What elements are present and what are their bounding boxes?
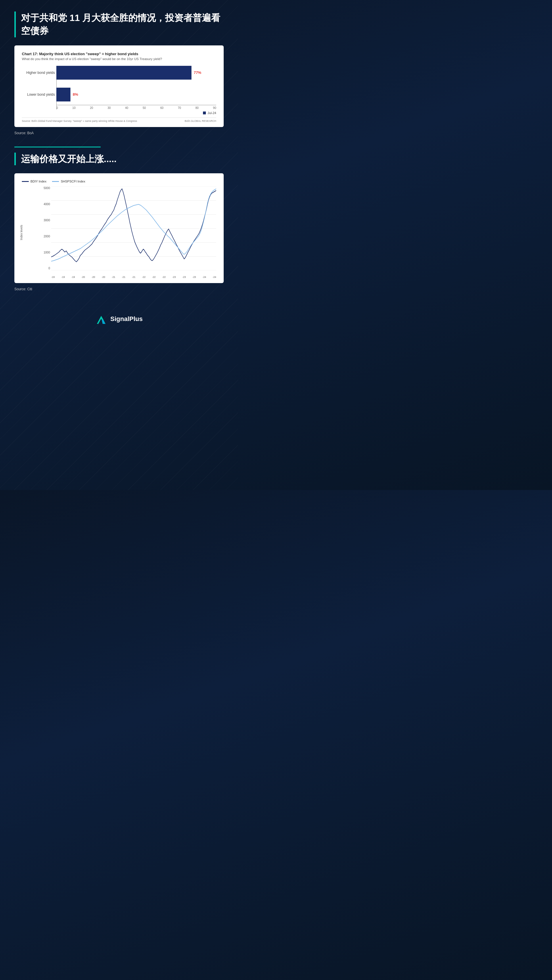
chart-card-1: Chart 17: Majority think US election "sw…: [14, 45, 224, 127]
y-label-4000: 4000: [39, 203, 50, 206]
x-label-40: 40: [125, 107, 128, 110]
y-label-1000: 1000: [39, 251, 50, 254]
bar-outer-lower: 8%: [56, 88, 78, 102]
x-tick-5: -20: [91, 275, 95, 278]
y-label-0: 0: [39, 267, 50, 270]
chart-footer: Source: BofA Global Fund Manager Survey.…: [22, 118, 216, 123]
x-tick-14: -23: [182, 275, 186, 278]
source-text-2: Source: Citi: [14, 287, 224, 291]
x-label-50: 50: [143, 107, 146, 110]
source-text-1: Source: BoA: [14, 131, 224, 135]
x-label-0: 0: [56, 107, 58, 110]
x-label-60: 60: [160, 107, 163, 110]
section1-title-block: 对于共和党 11 月大获全胜的情况，投资者普遍看空债券: [14, 11, 224, 37]
x-label-70: 70: [178, 107, 181, 110]
x-tick-17: -24: [213, 275, 216, 278]
bar-row-lower: Lower bond yields 8%: [56, 88, 216, 102]
x-axis-ticks: -19 -19 -19 -20 -20 -20 -21 -21 -21 -22 …: [51, 275, 216, 278]
x-tick-10: -22: [142, 275, 145, 278]
bar-chart-wrap: Higher bond yields 77% Lower bond yields…: [22, 66, 216, 110]
legend-label-shsp: SHSPSCFI Index: [61, 180, 85, 183]
x-axis-labels: 0 10 20 30 40 50 60 70 80 90: [56, 107, 216, 110]
legend-line-dark: [22, 181, 29, 182]
bar-chart: Higher bond yields 77% Lower bond yields…: [22, 66, 216, 102]
x-label-80: 80: [196, 107, 199, 110]
bar-fill-higher: [56, 66, 191, 80]
chart-title-1: Chart 17: Majority think US election "sw…: [22, 52, 216, 56]
legend-label-bdiy: BDIY Index: [30, 180, 46, 183]
chart-subtitle-1: What do you think the impact of a US ele…: [22, 57, 216, 60]
line-chart-container: 5000 4000 3000 2000 1000 0: [39, 186, 216, 278]
legend-square: [203, 111, 206, 115]
x-tick-16: -24: [203, 275, 206, 278]
x-label-90: 90: [213, 107, 216, 110]
line-chart-svg: [51, 186, 216, 270]
section-divider: [14, 146, 101, 148]
section2-title-block: 运输价格又开始上涨.....: [14, 153, 224, 165]
bar-value-lower: 8%: [73, 92, 78, 97]
chart-legend: Jul-24: [22, 111, 216, 116]
x-tick-13: -23: [172, 275, 175, 278]
line-chart-inner: [51, 186, 216, 270]
chart-card-2: BDIY Index SHSPSCFI Index Index levels 5…: [14, 173, 224, 283]
x-label-30: 30: [107, 107, 111, 110]
x-tick-8: -21: [122, 275, 125, 278]
legend-label: Jul-24: [207, 111, 216, 115]
x-axis: 0 10 20 30 40 50 60 70 80 90: [22, 105, 216, 110]
bar-outer-higher: 77%: [56, 66, 201, 80]
y-label-2000: 2000: [39, 235, 50, 238]
y-axis-labels: 5000 4000 3000 2000 1000 0: [39, 186, 50, 270]
bar-label-higher: Higher bond yields: [22, 71, 55, 75]
y-label-3000: 3000: [39, 219, 50, 222]
line-chart-area: Index levels 5000 4000 3000 2000 1000 0: [22, 186, 216, 278]
bar-fill-lower: [56, 88, 70, 102]
x-tick-4: -20: [81, 275, 85, 278]
x-tick-6: -20: [102, 275, 105, 278]
x-tick-11: -22: [152, 275, 156, 278]
chart-footer-brand: BofA GLOBAL RESEARCH: [185, 119, 216, 123]
section1-title: 对于共和党 11 月大获全胜的情况，投资者普遍看空债券: [21, 11, 224, 37]
section2-title: 运输价格又开始上涨.....: [21, 153, 224, 165]
shsp-line: [51, 189, 216, 261]
x-label-20: 20: [90, 107, 93, 110]
footer: SignalPlus: [14, 302, 224, 332]
x-tick-15: -23: [192, 275, 196, 278]
bar-value-higher: 77%: [194, 70, 201, 75]
x-tick-2: -19: [61, 275, 65, 278]
svg-marker-7: [96, 314, 107, 324]
x-label-10: 10: [72, 107, 76, 110]
line-chart-legend: BDIY Index SHSPSCFI Index: [22, 180, 216, 183]
x-tick-3: -19: [71, 275, 75, 278]
x-tick-7: -21: [112, 275, 115, 278]
x-tick-12: -22: [162, 275, 166, 278]
signalplus-logo-text: SignalPlus: [110, 315, 143, 323]
y-label-5000: 5000: [39, 186, 50, 190]
legend-item-bdiy: BDIY Index: [22, 180, 46, 183]
x-tick-1: -19: [51, 275, 54, 278]
legend-item-shsp: SHSPSCFI Index: [52, 180, 85, 183]
legend-line-light: [52, 181, 59, 182]
bar-label-lower: Lower bond yields: [22, 92, 55, 97]
signalplus-logo-icon: [96, 314, 107, 324]
x-tick-9: -21: [132, 275, 136, 278]
bar-row-higher: Higher bond yields 77%: [56, 66, 216, 80]
y-axis-title: Index levels: [20, 225, 23, 240]
chart-footer-source: Source: BofA Global Fund Manager Survey.…: [22, 119, 137, 123]
